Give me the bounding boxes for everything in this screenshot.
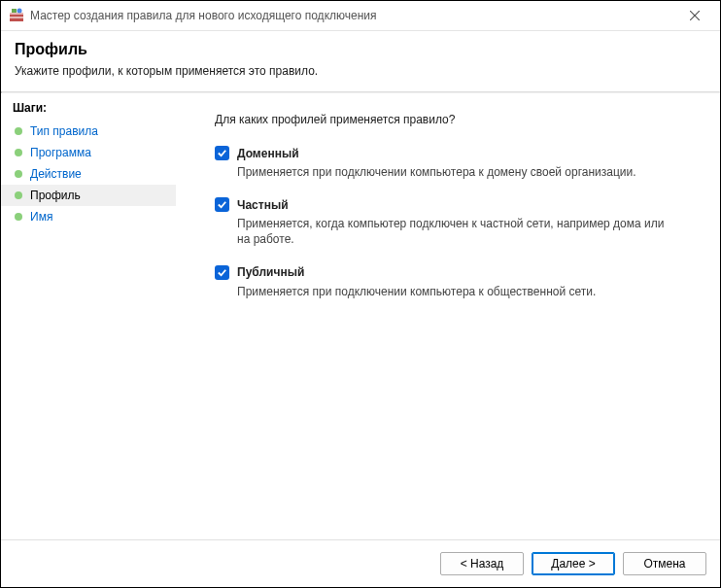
- back-button[interactable]: < Назад: [440, 552, 524, 575]
- svg-rect-3: [12, 9, 17, 13]
- wizard-footer: < Назад Далее > Отмена: [1, 539, 720, 587]
- step-label: Программа: [30, 146, 91, 159]
- svg-rect-1: [10, 13, 23, 15]
- checkbox-domain[interactable]: [215, 146, 229, 160]
- close-icon: [690, 11, 700, 20]
- bullet-icon: [15, 191, 22, 199]
- option-label: Публичный: [237, 265, 304, 279]
- page-subtitle: Укажите профили, к которым применяется э…: [15, 64, 706, 78]
- wizard-window: Мастер создания правила для нового исход…: [0, 0, 721, 588]
- check-icon: [217, 148, 227, 158]
- check-icon: [217, 199, 227, 210]
- svg-rect-2: [10, 17, 23, 18]
- steps-title: Шаги:: [1, 97, 176, 121]
- page-title: Профиль: [15, 41, 706, 58]
- wizard-content: Для каких профилей применяется правило? …: [176, 93, 720, 539]
- next-button[interactable]: Далее >: [532, 552, 615, 575]
- step-profile[interactable]: Профиль: [1, 185, 176, 206]
- option-label: Частный: [237, 198, 289, 212]
- step-label: Профиль: [30, 189, 81, 202]
- option-public: Публичный Применяется при подключении ко…: [215, 265, 701, 299]
- window-title: Мастер создания правила для нового исход…: [30, 9, 677, 22]
- steps-sidebar: Шаги: Тип правила Программа Действие Про…: [1, 93, 176, 539]
- close-button[interactable]: [677, 2, 712, 29]
- option-private: Частный Применяется, когда компьютер под…: [215, 197, 701, 247]
- firewall-icon: [9, 8, 24, 23]
- checkbox-private[interactable]: [215, 197, 229, 212]
- step-label: Имя: [30, 210, 52, 224]
- bullet-icon: [15, 213, 22, 221]
- svg-point-4: [17, 9, 22, 14]
- bullet-icon: [15, 149, 22, 156]
- wizard-header: Профиль Укажите профили, к которым приме…: [1, 31, 720, 91]
- step-label: Тип правила: [30, 124, 98, 138]
- step-action[interactable]: Действие: [1, 163, 176, 185]
- option-label: Доменный: [237, 147, 299, 160]
- step-label: Действие: [30, 167, 82, 181]
- bullet-icon: [15, 127, 22, 135]
- bullet-icon: [15, 170, 22, 178]
- option-domain: Доменный Применяется при подключении ком…: [215, 146, 701, 180]
- profile-question: Для каких профилей применяется правило?: [215, 113, 701, 126]
- option-desc: Применяется при подключении компьютера к…: [237, 164, 665, 180]
- title-bar: Мастер создания правила для нового исход…: [1, 1, 720, 31]
- option-desc: Применяется при подключении компьютера к…: [237, 284, 665, 299]
- option-desc: Применяется, когда компьютер подключен к…: [237, 216, 665, 247]
- step-name[interactable]: Имя: [1, 206, 176, 227]
- step-rule-type[interactable]: Тип правила: [1, 121, 176, 142]
- wizard-body: Шаги: Тип правила Программа Действие Про…: [1, 93, 720, 539]
- cancel-button[interactable]: Отмена: [623, 552, 706, 575]
- checkbox-public[interactable]: [215, 265, 229, 280]
- check-icon: [217, 267, 227, 278]
- step-program[interactable]: Программа: [1, 142, 176, 163]
